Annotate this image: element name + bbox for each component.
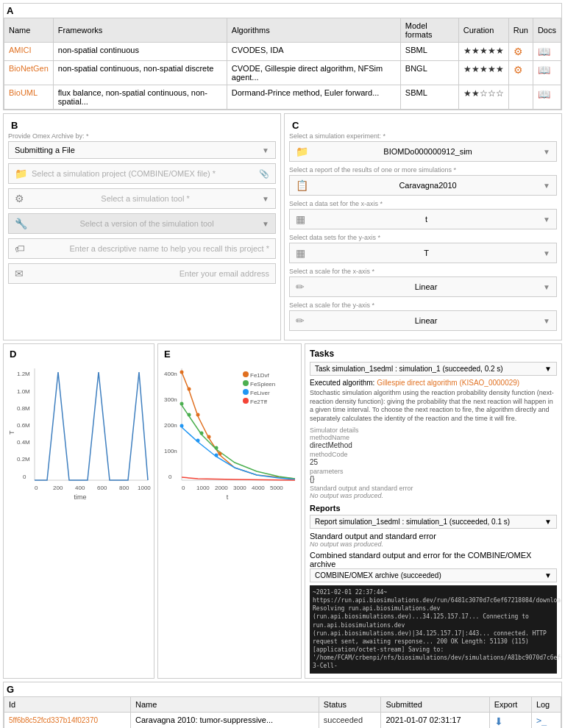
combined-select[interactable]: COMBINE/OMEX archive (succeeded) ▼ <box>310 568 557 582</box>
dataset-y-value: T <box>424 249 429 257</box>
experiment-label: Select a simulation experiment: * <box>289 132 557 140</box>
chart-d: T 1.2M 1.0M 0.8M 0.6M 0.4M 0.2M 0 0 200 … <box>7 361 151 508</box>
chevron-down-icon: ▼ <box>262 146 269 154</box>
book-icon[interactable]: 📖 <box>538 88 550 100</box>
name-link[interactable]: BioNetGen <box>9 64 49 73</box>
cell-docs: 📖 <box>533 85 561 110</box>
cell-algorithms: Dormand-Prince method, Euler forward... <box>227 85 400 110</box>
simulator-details: Simulator details methodName directMetho… <box>310 427 557 499</box>
chevron-down-icon-dx: ▼ <box>543 215 550 224</box>
svg-text:200: 200 <box>53 485 63 491</box>
book-icon[interactable]: 📖 <box>538 64 550 76</box>
col-run: Run <box>508 18 533 43</box>
col-export: Export <box>489 696 531 712</box>
scale-y-group: Select a scale for the y-axis * ✏ Linear… <box>289 301 557 331</box>
col-status: Status <box>319 696 381 712</box>
simulation-tool-select[interactable]: ⚙ Select a simulation tool * ▼ <box>8 188 276 209</box>
section-f: Tasks Task simulation_1sedml : simulatio… <box>305 343 562 679</box>
svg-text:FeSpleen: FeSpleen <box>250 381 275 388</box>
grid-icon-x: ▦ <box>296 213 305 225</box>
task-select[interactable]: Task simulation_1sedml : simulation_1 (s… <box>310 362 557 376</box>
svg-text:0.2M: 0.2M <box>17 456 30 463</box>
section-e-label: E <box>164 349 171 360</box>
version-select[interactable]: 🔧 Select a version of the simulation too… <box>8 213 276 234</box>
svg-text:0: 0 <box>168 474 172 480</box>
gear-icon-b: ⚙ <box>15 193 24 204</box>
table-icon: 📋 <box>296 179 308 191</box>
method-code-value: 25 <box>310 458 557 466</box>
svg-point-42 <box>207 435 211 439</box>
provide-omex-select[interactable]: Submitting a File ▼ <box>8 141 276 159</box>
cell-run: ⚙ <box>508 61 533 85</box>
stars-rating: ★★☆☆☆ <box>463 88 504 99</box>
report-value: Caravagna2010 <box>399 181 456 190</box>
report-select[interactable]: 📋 Caravagna2010 ▼ <box>289 175 557 196</box>
tasks-title: Tasks <box>310 349 557 359</box>
experiment-select[interactable]: 📁 BIOMDo000000912_sim ▼ <box>289 141 557 162</box>
cell-curation: ★★☆☆☆ <box>458 85 508 110</box>
email-input[interactable]: ✉ Enter your email address <box>8 263 276 284</box>
svg-point-49 <box>196 439 200 443</box>
col-frameworks: Frameworks <box>53 18 227 43</box>
dataset-x-value: t <box>425 215 427 224</box>
cell-docs: 📖 <box>533 43 561 61</box>
description-input[interactable]: 🏷 Enter a descriptive name to help you r… <box>8 238 276 259</box>
cell-run-submitted: 2021-01-07 02:31:17 <box>381 712 489 728</box>
folder-icon-c: 📁 <box>296 146 308 157</box>
svg-text:1000: 1000 <box>196 485 210 491</box>
col-name: Name <box>4 18 54 43</box>
chevron-down-icon-exp: ▼ <box>543 148 550 156</box>
svg-text:400: 400 <box>75 485 85 491</box>
svg-point-43 <box>218 452 222 456</box>
col-submitted: Submitted <box>381 696 489 712</box>
name-link[interactable]: BioUML <box>9 88 38 97</box>
download-icon[interactable]: ⬇ <box>494 715 503 727</box>
col-formats: Model formats <box>400 18 458 43</box>
svg-text:Fe2Tff: Fe2Tff <box>250 399 268 405</box>
provide-omex-label: Provide Omex Archive by: * <box>8 132 276 140</box>
section-a-label: A <box>7 5 13 16</box>
simulation-tool-placeholder: Select a simulation tool * <box>101 194 189 203</box>
dataset-y-select[interactable]: ▦ T ▼ <box>289 243 557 263</box>
std-label: Standard output and standard error <box>310 485 557 492</box>
executed-value[interactable]: Gillespie direct algorithm <box>377 379 458 387</box>
cell-formats: SBML <box>400 85 458 110</box>
simulation-project-input[interactable]: 📁 Select a simulation project (COMBINE/O… <box>8 163 276 184</box>
report-std-value: No output was produced. <box>310 540 557 548</box>
col-log: Log <box>531 696 561 712</box>
dataset-x-select[interactable]: ▦ t ▼ <box>289 209 557 229</box>
simulation-tool-group: ⚙ Select a simulation tool * ▼ <box>8 188 276 209</box>
cell-run-status: succeeded <box>319 712 381 728</box>
cell-frameworks: flux balance, non-spatial continuous, no… <box>53 85 227 110</box>
book-icon[interactable]: 📖 <box>538 46 550 57</box>
simulation-project-placeholder: Select a simulation project (COMBINE/OME… <box>32 169 216 178</box>
executed-link[interactable]: (KISAO_0000029) <box>459 379 519 387</box>
cell-name: BioNetGen <box>4 61 54 85</box>
report-select-f[interactable]: Report simulation_1sedml : simulation_1 … <box>310 515 557 529</box>
method-code-label: methodCode <box>310 451 557 458</box>
cell-formats: SBML <box>400 43 458 61</box>
attach-icon: 📎 <box>259 169 269 179</box>
scale-x-select[interactable]: ✏ Linear ▼ <box>289 276 557 297</box>
email-icon: ✉ <box>15 268 24 279</box>
simulation-project-group: 📁 Select a simulation project (COMBINE/O… <box>8 163 276 184</box>
method-name-label: methodName <box>310 434 557 441</box>
stars-rating: ★★★★★ <box>463 64 504 74</box>
chevron-down-icon-dy: ▼ <box>543 249 550 257</box>
gear-icon[interactable]: ⚙ <box>514 64 523 76</box>
section-e: E Fe1Dvf FeSpleen FeLiver Fe2Tff 400n 30… <box>157 343 302 679</box>
chevron-down-icon-ver: ▼ <box>262 220 269 228</box>
col-algorithms: Algorithms <box>227 18 400 43</box>
scale-y-select[interactable]: ✏ Linear ▼ <box>289 310 557 331</box>
scale-y-label: Select a scale for the y-axis * <box>289 301 557 309</box>
cell-log: >_ <box>531 712 561 728</box>
svg-point-47 <box>215 446 218 450</box>
provide-omex-group: Provide Omex Archive by: * Submitting a … <box>8 132 276 159</box>
terminal-icon[interactable]: >_ <box>536 715 547 726</box>
gear-icon[interactable]: ⚙ <box>514 46 523 57</box>
name-link[interactable]: AMICI <box>9 46 32 54</box>
run-id-link[interactable]: 5ff6b8c52fcd337b14f02370 <box>9 716 98 724</box>
pencil-icon-y: ✏ <box>296 315 305 326</box>
simulators-table: Name Frameworks Algorithms Model formats… <box>4 18 561 110</box>
task-select-value: Task simulation_1sedml : simulation_1 (s… <box>315 365 503 373</box>
